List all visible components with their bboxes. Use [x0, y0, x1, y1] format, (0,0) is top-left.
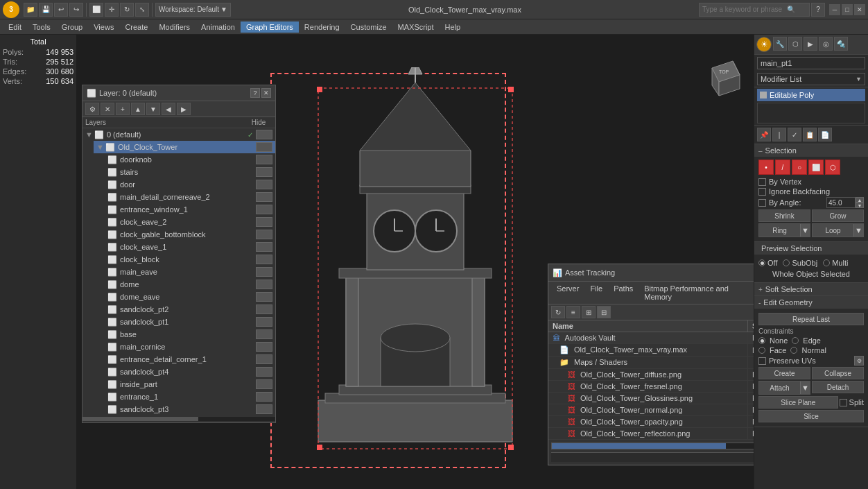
layer-visibility[interactable] [256, 217, 272, 227]
list-item[interactable]: ⬜ base [105, 328, 275, 341]
list-item[interactable]: ⬜ clock_eave_2 [105, 216, 275, 228]
by-vertex-checkbox[interactable] [758, 178, 766, 186]
split-checkbox[interactable] [840, 399, 847, 406]
asset-menu-file[interactable]: File [584, 283, 608, 302]
modifier-item-editable-poly[interactable]: Editable Poly [757, 89, 865, 101]
grow-btn[interactable]: Grow [812, 209, 864, 222]
layer-visibility[interactable] [256, 367, 272, 377]
list-item[interactable]: ⬜ sandclock_pt3 [105, 403, 275, 415]
list-item[interactable]: ⬜ sandclock_pt1 [105, 316, 275, 328]
layer-visibility[interactable] [256, 354, 272, 364]
layer-visibility[interactable] [256, 317, 272, 327]
modifier-copy-btn[interactable]: 📋 [803, 128, 817, 141]
loop-arrow[interactable]: ▼ [853, 224, 863, 237]
preserve-uvs-settings[interactable]: ⚙ [854, 356, 864, 366]
list-item[interactable]: ⬜ dome [105, 278, 275, 291]
minimize-btn[interactable]: ─ [829, 4, 840, 15]
multi-radio[interactable] [823, 259, 830, 266]
table-row[interactable]: 📁 Maps / Shaders [548, 357, 754, 369]
list-item[interactable]: ⬜ entrance_window_1 [105, 203, 275, 216]
panel-help-btn[interactable]: ? [250, 88, 260, 98]
layer-visibility[interactable] [256, 205, 272, 214]
subobj-radio[interactable] [783, 259, 790, 266]
loop-btn[interactable]: Loop [813, 224, 853, 237]
save-btn[interactable]: 💾 [39, 3, 53, 17]
list-item[interactable]: ⬜ inside_part [105, 378, 275, 391]
layer-visibility[interactable] [256, 155, 272, 164]
layer-visibility[interactable] [256, 379, 272, 389]
ring-btn[interactable]: Ring [759, 224, 800, 237]
element-mode-btn[interactable]: ⬡ [825, 160, 840, 175]
angle-down[interactable]: ▼ [856, 203, 864, 208]
list-item[interactable]: ▼ ⬜ Old_Clock_Tower [94, 141, 275, 153]
nav-cube[interactable]: TOP [698, 54, 747, 103]
edge-radio[interactable] [792, 337, 799, 344]
table-row[interactable]: 🖼 Old_Clock_Tower_normal.png Found [548, 404, 754, 416]
rp-icon-utility[interactable]: 🔩 [834, 37, 848, 51]
close-btn[interactable]: ✕ [854, 4, 865, 15]
menu-customize[interactable]: Customize [345, 22, 392, 33]
list-item[interactable]: ⬜ dome_eave [105, 291, 275, 303]
normal-radio[interactable] [790, 347, 797, 354]
by-angle-checkbox[interactable] [758, 199, 766, 207]
layer-tool-move-down[interactable]: ▼ [146, 103, 160, 115]
object-name-field[interactable]: main_pt1 [757, 57, 865, 69]
list-item[interactable]: ⬜ entrance_detail_corner_1 [105, 353, 275, 366]
list-item[interactable]: ⬜ stairs [105, 166, 275, 178]
layer-tool-settings[interactable]: ⚙ [85, 103, 99, 115]
modifier-check-btn[interactable]: ✓ [788, 128, 801, 141]
table-row[interactable]: 🖼 Old_Clock_Tower_diffuse.png Found [548, 369, 754, 381]
layer-visibility[interactable] [256, 255, 272, 264]
table-row[interactable]: 🖼 Old_Clock_Tower_opacity.png Found [548, 416, 754, 428]
layer-visibility[interactable] [256, 342, 272, 352]
menu-maxscript[interactable]: MAXScript [392, 22, 440, 33]
layer-visibility[interactable] [256, 142, 272, 152]
menu-graph-editors[interactable]: Graph Editors [241, 22, 299, 33]
layer-visibility[interactable] [256, 304, 272, 314]
border-mode-btn[interactable]: ○ [792, 160, 807, 175]
layer-tool-add[interactable]: + [116, 103, 130, 115]
layer-visibility[interactable] [256, 329, 272, 339]
create-btn[interactable]: Create [758, 367, 810, 379]
list-item[interactable]: ⬜ door [105, 178, 275, 191]
layer-visibility[interactable] [256, 267, 272, 277]
list-item[interactable]: ⬜ main_detail_cornereave_2 [105, 191, 275, 203]
list-item[interactable]: ▼ ⬜ 0 (default) ✓ [83, 128, 275, 141]
selection-header[interactable]: – Selection [754, 144, 868, 157]
rp-icon-hierarchy[interactable]: ⬡ [788, 37, 802, 51]
menu-modifiers[interactable]: Modifiers [153, 22, 196, 33]
vertex-mode-btn[interactable]: • [758, 160, 774, 175]
slice-plane-btn[interactable]: Slice Plane [758, 396, 838, 409]
menu-animation[interactable]: Animation [196, 22, 241, 33]
asset-tool-detail[interactable]: ⊟ [597, 306, 611, 318]
edit-geometry-header[interactable]: - Edit Geometry [754, 296, 868, 309]
preserve-uvs-checkbox[interactable] [758, 357, 766, 365]
layer-visibility[interactable] [256, 242, 272, 252]
menu-edit[interactable]: Edit [3, 22, 27, 33]
rp-icon-display[interactable]: ◎ [819, 37, 833, 51]
layer-scrollbar[interactable] [83, 417, 275, 421]
panel-close-btn[interactable]: ✕ [261, 88, 271, 98]
asset-menu-paths[interactable]: Paths [608, 283, 639, 302]
attach-btn[interactable]: Attach [759, 381, 800, 394]
list-item[interactable]: ⬜ clock_eave_1 [105, 241, 275, 253]
layer-tool-option1[interactable]: ◀ [162, 103, 175, 115]
rp-icon-render[interactable]: ☀ [756, 37, 772, 52]
layer-visibility[interactable] [256, 192, 272, 202]
list-item[interactable]: ⬜ clock_block [105, 253, 275, 266]
angle-value[interactable]: 45.0 [826, 197, 856, 208]
list-item[interactable]: ⬜ clock_gable_bottomblock [105, 228, 275, 241]
maximize-btn[interactable]: □ [842, 4, 853, 15]
table-row[interactable]: 🖼 Old_Clock_Tower_reflection.png Found [548, 428, 754, 440]
help-btn[interactable]: ? [811, 3, 825, 17]
layer-visibility[interactable] [256, 180, 272, 189]
workspace-dropdown[interactable]: Workspace: Default ▼ [155, 3, 231, 17]
layer-list[interactable]: ▼ ⬜ 0 (default) ✓ ▼ ⬜ Old_Clock_Tower ⬜ … [83, 128, 275, 415]
list-item[interactable]: ⬜ entrance_1 [105, 391, 275, 403]
edge-mode-btn[interactable]: / [775, 160, 790, 175]
layer-visibility[interactable] [256, 404, 272, 414]
undo-btn[interactable]: ↩ [54, 3, 68, 17]
rp-icon-motion[interactable]: ▶ [804, 37, 817, 51]
preview-selection-header[interactable]: Preview Selection [754, 242, 868, 255]
layer-tool-option2[interactable]: ▶ [177, 103, 191, 115]
